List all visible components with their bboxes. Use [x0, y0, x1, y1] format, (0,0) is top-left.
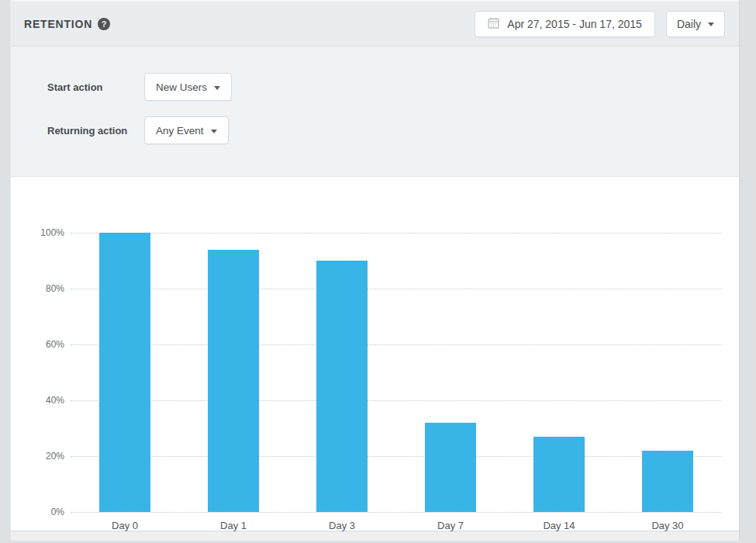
granularity-dropdown[interactable]: Daily — [666, 11, 725, 37]
start-action-row: Start action New Users — [47, 73, 739, 101]
granularity-label: Daily — [677, 18, 701, 30]
bar-day-14[interactable] — [533, 437, 585, 512]
bar-day-1[interactable] — [208, 250, 259, 512]
returning-action-label: Returning action — [47, 125, 144, 137]
bar-day-3[interactable] — [316, 261, 368, 512]
y-axis-tick-label: 0% — [18, 507, 64, 517]
caret-down-icon — [708, 22, 714, 26]
returning-action-value: Any Event — [156, 125, 204, 137]
gridline-60 — [71, 344, 722, 345]
date-range-picker[interactable]: Apr 27, 2015 - Jun 17, 2015 — [475, 11, 655, 37]
y-axis-tick-label: 20% — [18, 451, 64, 462]
next-section-peek — [11, 531, 739, 541]
y-axis-tick-label: 40% — [18, 395, 64, 406]
returning-action-dropdown[interactable]: Any Event — [144, 116, 229, 144]
x-axis-tick-label: Day 14 — [513, 520, 606, 531]
page-title: RETENTION ? — [24, 18, 110, 30]
start-action-label: Start action — [47, 81, 144, 93]
x-axis-tick-label: Day 7 — [404, 520, 497, 531]
gridline-100 — [71, 233, 722, 233]
caret-down-icon — [214, 86, 220, 90]
y-axis-tick-label: 80% — [18, 283, 64, 294]
report-header: RETENTION ? Apr 27, 2015 - Jun 17, 2015 — [11, 0, 739, 47]
filters-panel: Start action New Users Returning action … — [11, 47, 739, 177]
retention-bar-chart: 0%20%40%60%80%100%Day 0Day 1Day 3Day 7Da… — [11, 177, 739, 531]
retention-report-card: RETENTION ? Apr 27, 2015 - Jun 17, 2015 — [10, 0, 740, 541]
x-axis-tick-label: Day 30 — [621, 520, 714, 531]
page-title-text: RETENTION — [24, 18, 92, 30]
gridline-20 — [71, 456, 722, 457]
gridline-80 — [71, 289, 722, 289]
returning-action-row: Returning action Any Event — [47, 116, 739, 144]
date-range-label: Apr 27, 2015 - Jun 17, 2015 — [507, 18, 642, 30]
y-axis-tick-label: 60% — [18, 339, 64, 350]
calendar-icon — [488, 17, 499, 31]
x-axis-tick-label: Day 3 — [295, 520, 388, 531]
bar-day-7[interactable] — [425, 423, 476, 512]
start-action-value: New Users — [156, 81, 207, 93]
caret-down-icon — [211, 130, 217, 133]
start-action-dropdown[interactable]: New Users — [144, 73, 232, 101]
y-axis-tick-label: 100% — [18, 227, 64, 238]
bar-day-30[interactable] — [642, 451, 693, 512]
x-axis-tick-label: Day 1 — [187, 520, 280, 531]
gridline-0 — [71, 512, 722, 513]
help-icon[interactable]: ? — [98, 18, 110, 30]
x-axis-tick-label: Day 0 — [78, 520, 171, 531]
gridline-40 — [71, 400, 722, 401]
bar-day-0[interactable] — [99, 233, 150, 512]
